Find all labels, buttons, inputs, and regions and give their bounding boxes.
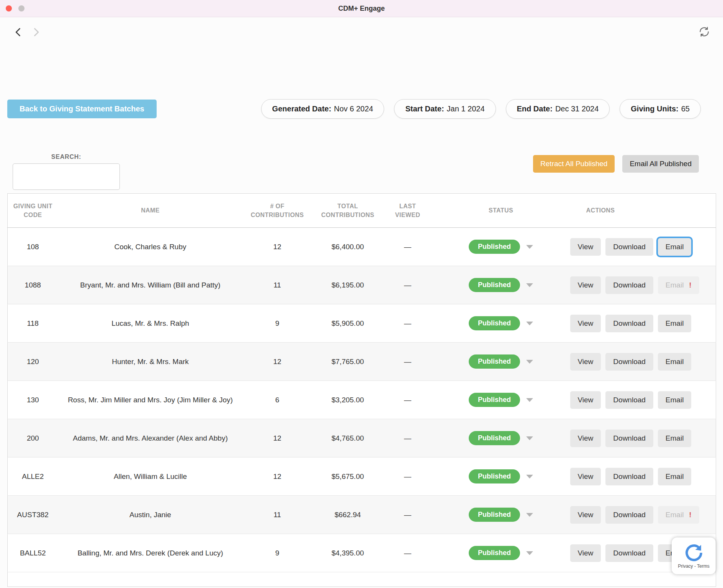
view-button[interactable]: View xyxy=(570,315,601,332)
status-cell: Published xyxy=(432,381,570,419)
name-cell: Lucas, Mr. & Mrs. Ralph xyxy=(58,304,243,343)
col-header-actions: ACTIONS xyxy=(570,194,716,228)
download-button[interactable]: Download xyxy=(605,353,653,371)
chevron-down-icon[interactable] xyxy=(526,245,533,249)
actions-cell: ViewDownloadEmail! xyxy=(570,266,716,304)
total-contributions-cell: $6,400.00 xyxy=(312,228,384,266)
download-button[interactable]: Download xyxy=(605,506,653,524)
view-button[interactable]: View xyxy=(570,238,601,256)
table-header: GIVING UNIT CODE NAME # OF CONTRIBUTIONS… xyxy=(8,194,716,228)
statement-row: 120Hunter, Mr. & Mrs. Mark12$7,765.00—Pu… xyxy=(8,343,716,381)
view-button[interactable]: View xyxy=(570,430,601,447)
download-button[interactable]: Download xyxy=(605,315,653,332)
statement-row: BALL52Balling, Mr. and Mrs. Derek (Derek… xyxy=(8,534,716,572)
chevron-down-icon[interactable] xyxy=(526,322,533,325)
email-all-published-button[interactable]: Email All Published xyxy=(622,155,699,173)
summary-pills: Generated Date:Nov 6 2024 Start Date:Jan… xyxy=(261,99,701,119)
email-button[interactable]: Email xyxy=(658,353,692,371)
statements-table-body: 108Cook, Charles & Ruby12$6,400.00—Publi… xyxy=(8,228,716,587)
browser-navbar xyxy=(0,17,723,47)
search-block: SEARCH: xyxy=(13,154,120,190)
download-button[interactable]: Download xyxy=(605,276,653,294)
view-button[interactable]: View xyxy=(570,353,601,371)
back-to-batches-button[interactable]: Back to Giving Statement Batches xyxy=(7,100,157,118)
window-controls xyxy=(6,0,25,17)
download-button[interactable]: Download xyxy=(605,391,653,409)
email-button[interactable]: Email xyxy=(658,430,692,447)
refresh-button[interactable] xyxy=(697,24,712,40)
close-window-button[interactable] xyxy=(6,5,12,11)
contributions-cell: 11 xyxy=(243,266,312,304)
recaptcha-privacy-link[interactable]: Privacy xyxy=(678,564,693,569)
partial-row-cell xyxy=(8,572,716,587)
col-header-contributions: # OF CONTRIBUTIONS xyxy=(243,194,312,228)
total-contributions-cell: $662.94 xyxy=(312,496,384,534)
status-badge[interactable]: Published xyxy=(469,469,520,483)
status-badge[interactable]: Published xyxy=(469,393,520,407)
unit-code-cell: BALL52 xyxy=(8,534,58,572)
status-badge[interactable]: Published xyxy=(469,546,520,560)
email-button[interactable]: Email xyxy=(658,468,692,485)
email-button[interactable]: Email! xyxy=(658,276,699,294)
last-viewed-cell: — xyxy=(384,534,432,572)
status-badge[interactable]: Published xyxy=(469,508,520,522)
chevron-down-icon[interactable] xyxy=(526,436,533,440)
contributions-cell: 12 xyxy=(243,457,312,496)
email-button[interactable]: Email xyxy=(658,391,692,409)
actions-cell: ViewDownloadEmail xyxy=(570,343,716,381)
col-header-status: STATUS xyxy=(432,194,570,228)
recaptcha-badge[interactable]: Privacy - Terms xyxy=(672,537,716,574)
unit-code-cell: AUST382 xyxy=(8,496,58,534)
view-button[interactable]: View xyxy=(570,544,601,562)
unit-code-cell: 1088 xyxy=(8,266,58,304)
status-badge[interactable]: Published xyxy=(469,240,520,254)
retract-all-published-button[interactable]: Retract All Published xyxy=(533,155,615,173)
nav-back-button[interactable] xyxy=(11,25,25,39)
unit-code-cell: 200 xyxy=(8,419,58,457)
status-cell: Published xyxy=(432,228,570,266)
chevron-down-icon[interactable] xyxy=(526,513,533,517)
nav-forward-button[interactable] xyxy=(29,25,43,39)
chevron-down-icon[interactable] xyxy=(526,475,533,479)
email-button[interactable]: Email xyxy=(658,238,692,256)
contributions-cell: 9 xyxy=(243,534,312,572)
search-input[interactable] xyxy=(13,163,120,190)
total-contributions-cell: $3,205.00 xyxy=(312,381,384,419)
status-badge[interactable]: Published xyxy=(469,354,520,369)
contributions-cell: 6 xyxy=(243,381,312,419)
table-controls-row: SEARCH: Retract All Published Email All … xyxy=(0,154,723,190)
view-button[interactable]: View xyxy=(570,468,601,485)
download-button[interactable]: Download xyxy=(605,238,653,256)
status-cell: Published xyxy=(432,304,570,343)
status-badge[interactable]: Published xyxy=(469,431,520,445)
pill-generated-date: Generated Date:Nov 6 2024 xyxy=(261,99,384,119)
unit-code-cell: 108 xyxy=(8,228,58,266)
pill-generated-date-label: Generated Date: xyxy=(272,105,332,113)
view-button[interactable]: View xyxy=(570,506,601,524)
view-button[interactable]: View xyxy=(570,276,601,294)
status-badge[interactable]: Published xyxy=(469,316,520,330)
status-badge[interactable]: Published xyxy=(469,278,520,292)
contributions-cell: 9 xyxy=(243,304,312,343)
status-cell: Published xyxy=(432,457,570,496)
pill-generated-date-value: Nov 6 2024 xyxy=(334,105,373,113)
chevron-down-icon[interactable] xyxy=(526,551,533,555)
chevron-down-icon[interactable] xyxy=(526,283,533,287)
view-button[interactable]: View xyxy=(570,391,601,409)
download-button[interactable]: Download xyxy=(605,430,653,447)
recaptcha-terms-link[interactable]: Terms xyxy=(697,564,710,569)
contributions-cell: 11 xyxy=(243,496,312,534)
email-button[interactable]: Email xyxy=(658,315,692,332)
total-contributions-cell: $6,195.00 xyxy=(312,266,384,304)
total-contributions-cell: $7,765.00 xyxy=(312,343,384,381)
email-button[interactable]: Email! xyxy=(658,506,699,524)
unit-code-cell: 130 xyxy=(8,381,58,419)
name-cell: Cook, Charles & Ruby xyxy=(58,228,243,266)
chevron-down-icon[interactable] xyxy=(526,398,533,402)
chevron-down-icon[interactable] xyxy=(526,360,533,364)
download-button[interactable]: Download xyxy=(605,468,653,485)
download-button[interactable]: Download xyxy=(605,544,653,562)
pill-end-date-value: Dec 31 2024 xyxy=(555,105,599,113)
pill-start-date: Start Date:Jan 1 2024 xyxy=(394,99,496,119)
minimize-window-button[interactable] xyxy=(18,5,25,11)
